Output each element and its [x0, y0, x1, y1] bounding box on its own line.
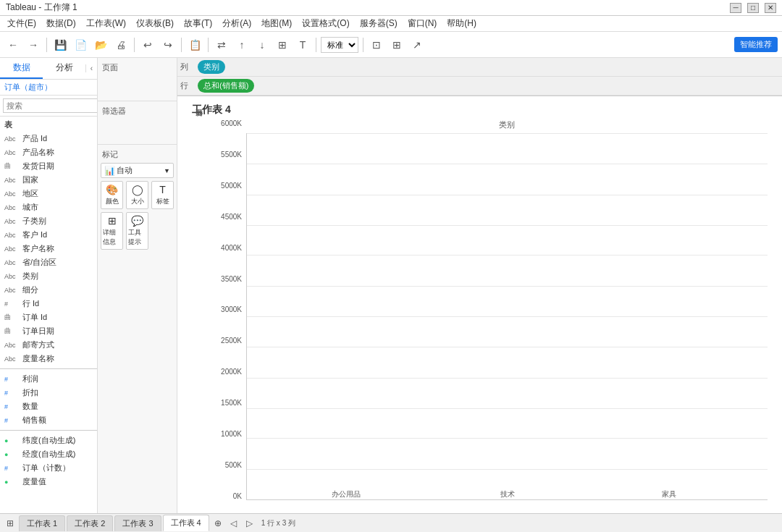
menu-story[interactable]: 故事(T) — [180, 16, 216, 31]
bar-group-office[interactable]: 办公用品 — [276, 486, 416, 499]
field-quantity[interactable]: #数量 — [0, 400, 97, 413]
field-separator — [0, 368, 97, 369]
paste-button[interactable]: 📋 — [186, 36, 203, 54]
sidebar-collapse-button[interactable]: ‹ — [85, 64, 97, 72]
open-button[interactable]: 📂 — [92, 36, 109, 54]
field-ship-mode[interactable]: Abc邮寄方式 — [0, 338, 97, 352]
menu-help[interactable]: 帮助(H) — [442, 16, 481, 31]
field-category[interactable]: Abc类别 — [0, 269, 97, 283]
print-button[interactable]: 🖨 — [112, 36, 130, 54]
filters-drop-area[interactable] — [101, 119, 174, 141]
bar-group-furniture[interactable]: 家具 — [599, 486, 739, 499]
menu-file[interactable]: 文件(E) — [3, 16, 41, 31]
field-region[interactable]: Abc地区 — [0, 187, 97, 200]
field-product-name[interactable]: Abc产品名称 — [0, 145, 97, 159]
forward-button[interactable]: → — [25, 36, 42, 54]
search-input[interactable] — [3, 98, 98, 113]
field-sales[interactable]: #销售额 — [0, 413, 97, 427]
save-button[interactable]: 💾 — [51, 36, 69, 54]
label-button[interactable]: T — [294, 36, 311, 54]
sort-desc-button[interactable]: ↓ — [253, 36, 271, 54]
marks-color-btn[interactable]: 🎨 颜色 — [101, 181, 123, 209]
fix-axes-button[interactable]: ⊡ — [368, 36, 385, 54]
marks-type-dropdown[interactable]: 📊 自动 ▼ — [101, 163, 174, 178]
view-button[interactable]: ⊞ — [388, 36, 405, 54]
minimize-button[interactable]: ─ — [730, 3, 741, 13]
ytick-0k: 0K — [233, 492, 242, 500]
field-segment[interactable]: Abc细分 — [0, 283, 97, 297]
field-row-id[interactable]: #行 Id — [0, 297, 97, 311]
add-sheet-button[interactable]: ⊕ — [211, 516, 225, 531]
marks-label-btn[interactable]: T 标签 — [151, 181, 174, 209]
chart-title: 工作表 4 — [192, 104, 768, 117]
marks-detail-btn[interactable]: ⊞ 详细信息 — [101, 212, 123, 250]
tab-data[interactable]: 数据 — [0, 58, 43, 79]
fit-dropdown[interactable]: 标准 — [321, 37, 358, 53]
close-button[interactable]: ✕ — [765, 3, 776, 13]
sheet-tab-1[interactable]: 工作表 1 — [19, 515, 65, 531]
data-source-icon[interactable]: ⊞ — [3, 516, 17, 531]
redo-button[interactable]: ↪ — [159, 36, 177, 54]
rows-label: 行 — [180, 80, 195, 91]
y-axis-title: 销售额 — [191, 119, 207, 125]
menu-map[interactable]: 地图(M) — [257, 16, 296, 31]
field-product-id[interactable]: Abc产品 Id — [0, 132, 97, 145]
toolbar-separator-4 — [208, 38, 209, 52]
size-icon: ◯ — [132, 184, 143, 195]
menu-window[interactable]: 窗口(N) — [403, 16, 442, 31]
smart-recommend-button[interactable]: 智能推荐 — [734, 37, 778, 52]
canvas-area: 列 类别 行 总和(销售额) 工作表 4 销售额 6000K 5500K 500… — [177, 58, 782, 513]
scroll-left-button[interactable]: ◁ — [227, 516, 241, 531]
field-longitude[interactable]: ●经度(自动生成) — [0, 447, 97, 461]
bar-label-office: 办公用品 — [332, 489, 361, 499]
field-city[interactable]: Abc城市 — [0, 200, 97, 214]
ytick-5500k: 5500K — [221, 151, 242, 159]
field-order-id[interactable]: 曲订单 Id — [0, 311, 97, 324]
menu-data[interactable]: 数据(D) — [42, 16, 80, 31]
field-measure-values[interactable]: ●度量值 — [0, 475, 97, 489]
field-ship-date[interactable]: 曲发货日期 — [0, 159, 97, 173]
menu-format[interactable]: 设置格式(O) — [298, 16, 353, 31]
columns-pill[interactable]: 类别 — [198, 60, 225, 74]
chart-container: 工作表 4 销售额 6000K 5500K 5000K 4500K 4000K … — [177, 96, 782, 513]
share-button[interactable]: ↗ — [408, 36, 426, 54]
swap-button[interactable]: ⇄ — [213, 36, 230, 54]
pages-drop-area[interactable] — [101, 76, 174, 98]
sort-asc-button[interactable]: ↑ — [233, 36, 251, 54]
field-latitude[interactable]: ●纬度(自动生成) — [0, 434, 97, 447]
tab-analysis[interactable]: 分析 — [43, 58, 85, 79]
rows-pill[interactable]: 总和(销售额) — [198, 79, 254, 93]
field-order-count[interactable]: #订单（计数） — [0, 461, 97, 475]
field-measure-names[interactable]: Abc度量名称 — [0, 352, 97, 366]
field-customer-name[interactable]: Abc客户名称 — [0, 242, 97, 256]
menu-worksheet[interactable]: 工作表(W) — [82, 16, 130, 31]
marks-size-btn[interactable]: ◯ 大小 — [126, 181, 148, 209]
field-discount[interactable]: #折扣 — [0, 386, 97, 400]
sheet-tab-2[interactable]: 工作表 2 — [67, 515, 113, 531]
bar-label-tech: 技术 — [500, 489, 515, 499]
datasource-label[interactable]: 订单（超市） — [0, 80, 97, 96]
field-profit[interactable]: #利润 — [0, 372, 97, 386]
back-button[interactable]: ← — [4, 36, 22, 54]
sheet-tab-3[interactable]: 工作表 3 — [114, 515, 161, 531]
undo-button[interactable]: ↩ — [139, 36, 156, 54]
new-button[interactable]: 📄 — [72, 36, 89, 54]
ytick-4000k: 4000K — [221, 244, 242, 252]
scroll-right-button[interactable]: ▷ — [243, 516, 257, 531]
bar-group-tech[interactable]: 技术 — [437, 486, 577, 499]
menu-analysis[interactable]: 分析(A) — [218, 16, 256, 31]
field-customer-id[interactable]: Abc客户 Id — [0, 228, 97, 242]
menu-dashboard[interactable]: 仪表板(B) — [132, 16, 178, 31]
marks-tooltip-btn[interactable]: 💬 工具提示 — [126, 212, 148, 250]
menu-server[interactable]: 服务器(S) — [356, 16, 402, 31]
maximize-button[interactable]: □ — [747, 3, 759, 13]
field-order-date[interactable]: 曲订单日期 — [0, 324, 97, 338]
field-country[interactable]: Abc国家 — [0, 173, 97, 187]
sheet-tab-4[interactable]: 工作表 4 — [163, 515, 209, 531]
pages-title: 页面 — [101, 61, 174, 76]
field-sub-category[interactable]: Abc子类别 — [0, 214, 97, 228]
group-button[interactable]: ⊞ — [274, 36, 291, 54]
field-province[interactable]: Abc省/自治区 — [0, 256, 97, 269]
bar-label-furniture: 家具 — [662, 489, 676, 499]
pages-section: 页面 — [98, 58, 177, 101]
